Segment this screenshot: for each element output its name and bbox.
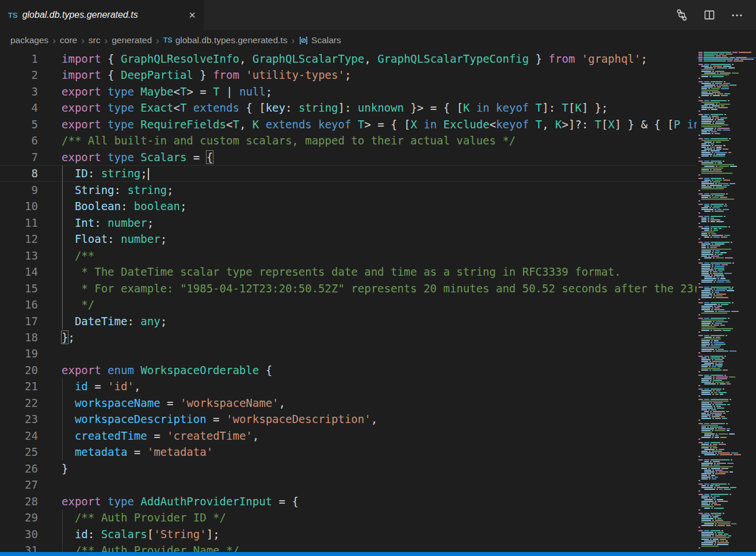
minimap-line bbox=[697, 371, 756, 372]
minimap-line bbox=[697, 423, 756, 424]
minimap-line bbox=[697, 294, 756, 295]
minimap-line bbox=[697, 131, 756, 132]
breadcrumb-item-scalars[interactable]: Scalars bbox=[299, 35, 341, 45]
code-line-7[interactable]: 7export type Scalars = { bbox=[0, 149, 697, 165]
code-line-30[interactable]: 30 id: Scalars['String']; bbox=[0, 526, 697, 542]
minimap-line bbox=[697, 408, 756, 409]
minimap-line bbox=[697, 314, 756, 315]
close-tab-icon[interactable]: × bbox=[186, 9, 198, 21]
code-line-31[interactable]: 31 /** Auth Provider Name */ bbox=[0, 542, 697, 552]
code-line-28[interactable]: 28export type AddAuthProviderInput = { bbox=[0, 493, 697, 509]
code-line-22[interactable]: 22 workspaceName = 'workspaceName', bbox=[0, 395, 697, 411]
code-text: export type AddAuthProviderInput = { bbox=[62, 493, 299, 509]
code-text: export type Scalars = { bbox=[62, 149, 213, 165]
line-number[interactable]: 16 bbox=[0, 296, 38, 313]
code-text: export type RequireFields<T, K extends k… bbox=[62, 116, 697, 132]
line-number[interactable]: 24 bbox=[0, 428, 38, 444]
minimap-line bbox=[697, 66, 756, 67]
line-number[interactable]: 31 bbox=[0, 542, 38, 552]
line-number[interactable]: 19 bbox=[0, 345, 38, 361]
line-number[interactable]: 21 bbox=[0, 378, 38, 394]
code-line-9[interactable]: 9 String: string; bbox=[0, 182, 697, 198]
line-number[interactable]: 18 bbox=[0, 329, 38, 345]
line-number[interactable]: 5 bbox=[0, 116, 38, 132]
line-number[interactable]: 2 bbox=[0, 67, 38, 83]
code-line-25[interactable]: 25 metadata = 'metadata' bbox=[0, 444, 697, 460]
code-line-19[interactable]: 19 bbox=[0, 345, 697, 361]
code-line-21[interactable]: 21 id = 'id', bbox=[0, 378, 697, 394]
line-number[interactable]: 9 bbox=[0, 182, 38, 198]
line-number[interactable]: 30 bbox=[0, 526, 38, 542]
breadcrumb-label: global.db.types.generated.ts bbox=[175, 35, 288, 45]
split-editor-icon[interactable] bbox=[703, 9, 716, 21]
line-number[interactable]: 12 bbox=[0, 231, 38, 247]
line-number[interactable]: 23 bbox=[0, 411, 38, 427]
minimap-line bbox=[697, 287, 756, 288]
minimap[interactable] bbox=[697, 51, 756, 553]
breadcrumb-item-global-db-types-generated-ts[interactable]: TSglobal.db.types.generated.ts bbox=[163, 35, 288, 45]
minimap-line bbox=[697, 250, 756, 252]
minimap-line bbox=[697, 130, 756, 131]
line-number[interactable]: 11 bbox=[0, 215, 38, 231]
code-line-4[interactable]: 4export type Exact<T extends { [key: str… bbox=[0, 100, 697, 116]
line-number[interactable]: 20 bbox=[0, 362, 38, 378]
line-number[interactable]: 13 bbox=[0, 247, 38, 264]
breadcrumb-item-packages[interactable]: packages bbox=[10, 35, 48, 45]
line-number[interactable]: 10 bbox=[0, 198, 38, 214]
code-line-13[interactable]: 13 /** bbox=[0, 247, 697, 264]
code-line-14[interactable]: 14 * The DateTime scalar type represents… bbox=[0, 264, 697, 280]
minimap-line bbox=[697, 447, 756, 448]
code-line-11[interactable]: 11 Int: number; bbox=[0, 215, 697, 231]
code-line-27[interactable]: 27 bbox=[0, 477, 697, 493]
code-line-8[interactable]: 8 ID: string; bbox=[0, 165, 697, 181]
line-number[interactable]: 28 bbox=[0, 493, 38, 509]
code-line-23[interactable]: 23 workspaceDescription = 'workspaceDesc… bbox=[0, 411, 697, 427]
code-line-24[interactable]: 24 createdTime = 'createdTime', bbox=[0, 428, 697, 444]
minimap-line bbox=[697, 269, 756, 271]
minimap-line bbox=[697, 444, 756, 445]
code-line-2[interactable]: 2import { DeepPartial } from 'utility-ty… bbox=[0, 67, 697, 83]
open-changes-icon[interactable] bbox=[675, 9, 688, 21]
minimap-line bbox=[697, 283, 756, 284]
line-number[interactable]: 14 bbox=[0, 264, 38, 280]
line-number[interactable]: 17 bbox=[0, 313, 38, 329]
typescript-file-icon: TS bbox=[8, 11, 18, 20]
line-number[interactable]: 15 bbox=[0, 280, 38, 296]
code-line-6[interactable]: 6/** All built-in and custom scalars, ma… bbox=[0, 132, 697, 148]
code-line-10[interactable]: 10 Boolean: boolean; bbox=[0, 198, 697, 214]
line-number[interactable]: 1 bbox=[0, 51, 38, 67]
line-number[interactable]: 8 bbox=[0, 165, 38, 181]
code-line-1[interactable]: 1import { GraphQLResolveInfo, GraphQLSca… bbox=[0, 51, 697, 67]
minimap-line bbox=[697, 266, 756, 267]
minimap-line bbox=[697, 378, 756, 379]
code-line-20[interactable]: 20export enum WorkspaceOrderable { bbox=[0, 362, 697, 378]
line-number[interactable]: 25 bbox=[0, 444, 38, 460]
line-number[interactable]: 26 bbox=[0, 460, 38, 477]
minimap-line bbox=[697, 306, 756, 307]
tab-global-db-types-generated[interactable]: TS global.db.types.generated.ts × bbox=[0, 0, 204, 30]
line-number[interactable]: 27 bbox=[0, 477, 38, 493]
more-actions-icon[interactable] bbox=[731, 9, 743, 21]
code-line-12[interactable]: 12 Float: number; bbox=[0, 231, 697, 247]
line-number[interactable]: 29 bbox=[0, 509, 38, 525]
minimap-line bbox=[697, 325, 756, 326]
breadcrumb-item-generated[interactable]: generated bbox=[112, 35, 152, 45]
code-line-18[interactable]: 18}; bbox=[0, 329, 697, 345]
line-number[interactable]: 4 bbox=[0, 100, 38, 116]
minimap-line bbox=[697, 406, 756, 407]
code-line-29[interactable]: 29 /** Auth Provider ID */ bbox=[0, 509, 697, 525]
line-number[interactable]: 3 bbox=[0, 83, 38, 100]
minimap-line bbox=[697, 145, 756, 146]
line-number[interactable]: 22 bbox=[0, 395, 38, 411]
breadcrumb-item-src[interactable]: src bbox=[89, 35, 101, 45]
line-number[interactable]: 6 bbox=[0, 132, 38, 148]
code-line-15[interactable]: 15 * For example: "1985-04-12T23:20:50.5… bbox=[0, 280, 697, 296]
minimap-line bbox=[697, 428, 756, 429]
code-line-3[interactable]: 3export type Maybe<T> = T | null; bbox=[0, 83, 697, 100]
code-line-26[interactable]: 26} bbox=[0, 460, 697, 477]
code-line-5[interactable]: 5export type RequireFields<T, K extends … bbox=[0, 116, 697, 132]
breadcrumb-item-core[interactable]: core bbox=[60, 35, 77, 45]
line-number[interactable]: 7 bbox=[0, 149, 38, 165]
code-line-16[interactable]: 16 */ bbox=[0, 296, 697, 313]
code-line-17[interactable]: 17 DateTime: any; bbox=[0, 313, 697, 329]
